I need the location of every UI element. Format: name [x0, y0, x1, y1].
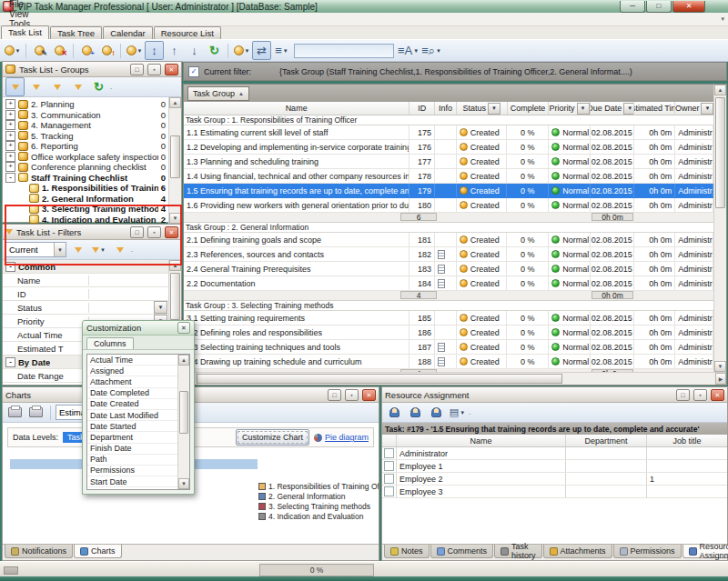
tree-item[interactable]: +5. Tracking0	[3, 131, 168, 142]
filter-dropdown-icon[interactable]: ▼	[488, 103, 500, 115]
find-options-button[interactable]: ≡⌕▼	[420, 41, 442, 60]
detail-tab-notes[interactable]: Notes	[384, 545, 430, 558]
resource-row[interactable]: Employee 3	[382, 486, 727, 498]
column-option[interactable]: Task Group	[87, 487, 177, 489]
tree-item[interactable]: 4. Indication and Evaluation2	[3, 215, 168, 225]
expand-icon[interactable]: +	[5, 99, 15, 109]
tab-task-tree[interactable]: Task Tree	[50, 26, 102, 39]
task-row[interactable]: 3.3 Selecting training techniques and to…	[184, 340, 713, 355]
pin-panel-icon[interactable]: ⋆	[147, 64, 161, 75]
scroll-down-icon[interactable]: ▼	[714, 361, 726, 372]
task-row[interactable]: 2.1 Defining training goals and scope181…	[184, 233, 713, 247]
customization-titlebar[interactable]: Customization ✕	[83, 321, 194, 336]
scroll-right-icon[interactable]: ▶	[715, 373, 726, 385]
column-option[interactable]: Date Created	[87, 399, 177, 410]
column-header-name[interactable]: Name	[184, 102, 410, 115]
complete-task-button[interactable]: !	[97, 41, 116, 60]
edit-filter-button[interactable]: ▼	[89, 240, 108, 259]
move-down-button[interactable]: ↓	[185, 41, 204, 60]
pin-panel-icon[interactable]: ⋆	[693, 389, 707, 401]
tree-item[interactable]: +Conference planning checklist0	[3, 162, 168, 173]
resource-row[interactable]: Employee 1	[382, 460, 727, 473]
search-input[interactable]	[294, 44, 394, 58]
resource-checkbox[interactable]	[384, 474, 394, 484]
expand-icon[interactable]: +	[5, 152, 15, 162]
detail-tab-resource-assignment[interactable]: Resource Assignment	[682, 545, 728, 558]
filter-dropdown-icon[interactable]: ▼	[701, 103, 713, 115]
column-header-due-date[interactable]: Due Date▼	[591, 102, 634, 115]
column-option[interactable]: Date Started	[87, 421, 177, 432]
tab-columns[interactable]: Columns	[86, 337, 134, 349]
resource-checkbox[interactable]	[384, 448, 394, 458]
assign-resources-button[interactable]: ▼	[232, 41, 251, 60]
expand-icon[interactable]: +	[5, 162, 15, 172]
pie-diagram-link[interactable]: Pie diagram	[314, 433, 369, 442]
restore-panel-icon[interactable]: □	[130, 64, 144, 75]
column-header-priority[interactable]: Priority▼	[549, 102, 591, 115]
delete-task-button[interactable]: ✕	[50, 41, 69, 60]
menu-overflow-icon[interactable]: ▾	[721, 15, 724, 23]
restore-panel-icon[interactable]: □	[676, 389, 690, 401]
filter-row[interactable]: Name	[3, 274, 168, 287]
task-table-hscrollbar[interactable]: ◀ ▶	[184, 372, 726, 385]
resource-column-department[interactable]: Department	[566, 435, 647, 446]
scroll-up-icon[interactable]: ▲	[169, 97, 181, 108]
assign-resource-button[interactable]	[385, 403, 404, 422]
minimize-button[interactable]: ─	[620, 1, 645, 13]
resource-column-job-title[interactable]: Job title	[647, 435, 727, 446]
filter-preset-select[interactable]: Current ▼	[5, 242, 66, 257]
scroll-down-icon[interactable]: ▼	[169, 213, 181, 224]
remove-assignment-button[interactable]	[427, 403, 446, 422]
bottom-tab-notifications[interactable]: Notifications	[5, 545, 73, 558]
close-icon[interactable]: ✕	[177, 322, 190, 334]
pin-panel-icon[interactable]: ⋆	[345, 389, 359, 401]
column-option[interactable]: Date Completed	[87, 388, 177, 399]
tree-item[interactable]: 2. General Information4	[3, 194, 168, 205]
column-option[interactable]: Attachment	[87, 376, 177, 387]
tree-item[interactable]: 1. Responsibilities of Training Ot6	[3, 183, 168, 194]
task-row[interactable]: 1.6 Providing new workers with general o…	[184, 198, 713, 213]
filter-all-button[interactable]	[47, 77, 66, 96]
tree-item[interactable]: +Office workplace safety inspection chec…	[3, 152, 168, 163]
task-row[interactable]: 3.1 Setting training requirements185Crea…	[184, 311, 713, 326]
group-header-row[interactable]: Task Group : 3. Selecting Training metho…	[184, 301, 713, 311]
refresh-button[interactable]: ↻	[205, 41, 224, 60]
filter-row[interactable]: Status▼	[3, 301, 168, 315]
move-up-button[interactable]: ↑	[165, 41, 184, 60]
duplicate-task-button[interactable]: +	[77, 41, 96, 60]
current-filter-checkbox[interactable]: ✓	[188, 66, 199, 77]
tree-item[interactable]: +2. Planning0	[3, 99, 168, 110]
task-row[interactable]: 1.5 Ensuring that training records are u…	[184, 184, 713, 198]
detail-tab-attachments[interactable]: Attachments	[543, 545, 612, 558]
resource-list-button[interactable]: ▤▼	[448, 403, 467, 422]
filter-section-header[interactable]: -Common	[3, 260, 168, 274]
tree-item[interactable]: +6. Reporting0	[3, 141, 168, 152]
resource-row[interactable]: Employee 21	[382, 473, 727, 486]
task-row[interactable]: 2.4 General Training Prerequisites183Cre…	[184, 262, 713, 276]
expand-icon[interactable]: +	[5, 110, 15, 120]
chevron-down-icon[interactable]: ▼	[54, 243, 66, 256]
clear-filter-button[interactable]	[110, 240, 129, 259]
task-table-scrollbar[interactable]: ▲ ▼	[713, 85, 726, 372]
restore-panel-icon[interactable]: □	[328, 389, 341, 401]
close-panel-icon[interactable]: ✕	[711, 389, 724, 401]
column-header-estimated-time[interactable]: Estimated Time	[634, 102, 676, 115]
close-button[interactable]: ✕	[672, 1, 705, 13]
edit-task-button[interactable]: ✎	[30, 41, 49, 60]
task-row[interactable]: 3.2 Defining roles and responsibilities1…	[184, 326, 713, 340]
task-row[interactable]: 2.3 References, sources and contacts182C…	[184, 247, 713, 262]
column-header-owner[interactable]: Owner▼	[675, 102, 713, 115]
column-option[interactable]: Path	[87, 455, 177, 466]
column-option[interactable]: Finish Date	[87, 444, 177, 455]
task-row[interactable]: 1.3 Planning and scheduling training177C…	[184, 155, 713, 169]
scroll-down-icon[interactable]: ▼	[178, 478, 189, 489]
tab-calendar[interactable]: Calendar	[103, 26, 153, 39]
print-button[interactable]	[5, 403, 25, 422]
filter-dropdown-icon[interactable]: ▼	[623, 103, 633, 115]
task-row[interactable]: 1.4 Using financial, technical and other…	[184, 169, 713, 184]
resource-checkbox[interactable]	[384, 461, 394, 471]
expand-icon[interactable]: +	[5, 120, 15, 130]
filter-clear-button[interactable]	[68, 77, 87, 96]
column-option[interactable]: Department	[87, 432, 177, 443]
task-row[interactable]: 1.2 Developing and implementing in-servi…	[184, 140, 713, 155]
